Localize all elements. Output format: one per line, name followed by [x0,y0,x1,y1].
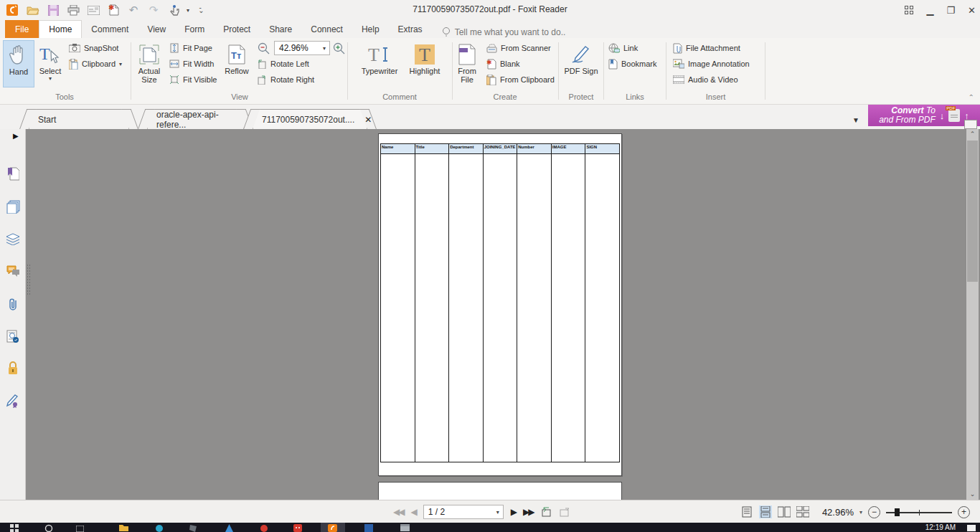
fit-visible-button[interactable]: Fit Visible [169,73,217,86]
page-number-box[interactable]: 1 / 2 ▾ [423,505,504,519]
pages-panel-icon[interactable] [6,199,20,214]
statusbar-zoom-caret[interactable]: ▾ [859,509,862,516]
previous-view-icon[interactable] [540,507,552,517]
tab-list-caret[interactable]: ▼ [852,116,859,124]
bookmarks-panel-icon[interactable] [6,166,20,181]
bookmark-button[interactable]: Bookmark [608,57,657,70]
hand-button[interactable]: Hand [3,40,34,87]
facing-view-icon[interactable] [778,505,791,518]
from-file-icon [458,42,476,67]
close-tab-icon[interactable]: ✕ [364,115,372,125]
scroll-down-icon[interactable]: ⌄ [966,489,979,500]
from-scanner-button[interactable]: From Scanner [486,42,551,54]
typewriter-button[interactable]: T Typewriter [357,40,402,87]
zoom-in-button[interactable]: + [958,506,970,518]
bookmark-icon [608,59,618,70]
tab-protect[interactable]: Protect [214,20,260,38]
gray-window-app-icon[interactable] [400,524,410,531]
tab-home[interactable]: Home [39,20,82,38]
tab-connect[interactable]: Connect [301,20,352,38]
zoom-slider[interactable] [886,506,952,518]
collapse-ribbon-icon[interactable]: ⌃ [969,93,974,101]
actual-size-icon [138,42,160,67]
blue-app-icon[interactable] [225,524,233,532]
first-page-icon[interactable]: ◀◀ [393,507,403,517]
file-attachment-button[interactable]: File Attachment [673,42,740,54]
actual-size-button[interactable]: Actual Size [135,40,164,87]
next-view-icon[interactable] [559,507,570,517]
tab-form[interactable]: Form [175,20,214,38]
doc-tab-oracle[interactable]: oracle-apex-api-refere... [147,109,244,129]
image-annotation-button[interactable]: Image Annotation [673,57,750,70]
browser-app-icon[interactable] [155,524,164,532]
tab-help[interactable]: Help [352,20,389,38]
dark-folder-app-icon[interactable] [189,524,198,532]
select-button[interactable]: T Select ▾ [34,40,66,87]
vertical-scrollbar[interactable]: ⌃ ⌄ [966,129,979,500]
convert-to-pdf-banner[interactable]: Convert Toand From PDF ↓ PDF ↑ [868,105,980,126]
next-page-icon[interactable]: ▶ [511,507,516,517]
zoom-out-button[interactable]: − [868,506,880,518]
tab-file[interactable]: File [5,20,39,38]
word-app-icon[interactable] [364,524,373,532]
reflow-button[interactable]: Tт Reflow [221,40,253,87]
audio-video-button[interactable]: Audio & Video [673,73,738,86]
gallery-icon[interactable] [905,6,913,14]
fit-page-button[interactable]: Fit Page [169,42,212,54]
rotate-left-button[interactable]: Rotate Left [257,57,309,70]
layers-panel-icon[interactable] [6,232,20,246]
digital-sign-panel-icon[interactable] [6,394,20,408]
tab-comment[interactable]: Comment [82,20,138,38]
scroll-up-icon[interactable]: ⌃ [966,129,979,140]
tab-view[interactable]: View [138,20,175,38]
clipboard-button[interactable]: Clipboard ▾ [69,57,122,70]
attachments-panel-icon[interactable] [6,297,20,311]
window-title: 711700590735072out.pdf - Foxit Reader [0,4,980,14]
from-clipboard-button[interactable]: From Clipboard [486,73,555,86]
zoom-out-icon[interactable] [258,42,270,54]
snapshot-button[interactable]: SnapShot [69,42,118,54]
tray-window-icon[interactable] [967,525,976,531]
red-badge-app-icon[interactable] [293,524,302,532]
continuous-view-icon[interactable] [759,505,772,518]
previous-page-icon[interactable]: ◀ [410,507,415,517]
last-page-icon[interactable]: ▶▶ [523,507,533,517]
security-panel-icon[interactable] [6,361,20,375]
close-button[interactable]: ✕ [968,6,976,15]
highlight-button[interactable]: T Highlight [406,40,443,87]
scrollbar-thumb[interactable] [967,141,978,282]
blank-button[interactable]: ✱ Blank [486,57,520,70]
zoom-slider-thumb[interactable] [895,508,900,516]
red-circle-app-icon[interactable] [260,524,268,532]
panel-drag-handle[interactable] [27,264,31,295]
expand-panel-icon[interactable]: ▶ [13,132,19,140]
signatures-panel-icon[interactable] [6,329,20,343]
zoom-in-icon[interactable] [333,42,345,54]
pdf-sign-button[interactable]: PDF Sign [562,40,600,87]
search-taskbar-icon[interactable] [44,524,54,532]
foxit-taskbar-icon[interactable] [328,524,337,532]
doc-tab-start[interactable]: Start [29,109,129,129]
select-icon: T [39,42,61,67]
file-explorer-icon[interactable] [119,524,128,531]
from-file-button[interactable]: From File [453,40,481,87]
restore-button[interactable]: ❐ [946,6,955,15]
single-page-view-icon[interactable] [740,505,753,518]
continuous-facing-view-icon[interactable] [796,505,809,518]
task-view-icon[interactable] [76,526,84,532]
comments-panel-icon[interactable] [6,264,20,278]
zoom-combo[interactable]: 42.96% ▾ [274,41,330,55]
rotate-right-button[interactable]: Rotate Right [257,73,314,86]
col-title: Title [415,144,449,154]
taskbar-clock[interactable]: 12:19 AM [925,523,956,531]
fit-width-button[interactable]: Fit Width [169,57,214,70]
tab-extras[interactable]: Extras [389,20,432,38]
minimize-button[interactable]: ▁ [926,6,933,15]
link-button[interactable]: Link [608,42,638,54]
tab-share[interactable]: Share [260,20,301,38]
tell-me-box[interactable]: Tell me what you want to do.. [442,27,566,38]
doc-tab-active[interactable]: 711700590735072out.... ✕ [253,109,367,129]
pdf-page-1[interactable]: Name Title Department JOINING_DATE Numbe… [378,133,622,476]
start-button-icon[interactable] [10,524,19,532]
pdf-page-2[interactable] [378,482,622,500]
